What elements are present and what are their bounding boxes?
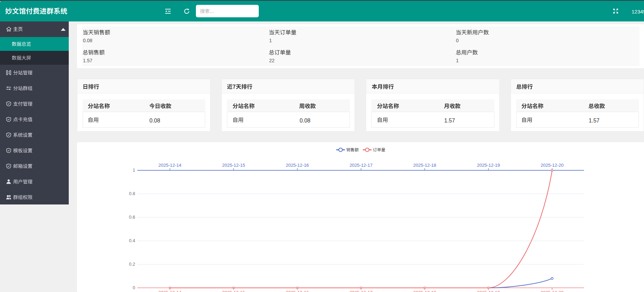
svg-text:0.4: 0.4 xyxy=(129,238,135,243)
svg-text:2025-12-14: 2025-12-14 xyxy=(158,290,181,292)
svg-text:2025-12-16: 2025-12-16 xyxy=(286,163,309,168)
svg-text:2025-12-18: 2025-12-18 xyxy=(413,163,436,168)
svg-text:1: 1 xyxy=(133,167,135,173)
svg-text:0.6: 0.6 xyxy=(129,215,135,220)
svg-text:0.8: 0.8 xyxy=(129,191,135,196)
svg-text:0: 0 xyxy=(133,285,135,290)
svg-text:2025-12-18: 2025-12-18 xyxy=(413,290,436,292)
svg-text:0.2: 0.2 xyxy=(129,262,135,267)
svg-text:2025-12-20: 2025-12-20 xyxy=(540,290,564,292)
svg-text:2025-12-19: 2025-12-19 xyxy=(477,290,500,292)
svg-text:2025-12-14: 2025-12-14 xyxy=(158,163,181,168)
svg-text:2025-12-17: 2025-12-17 xyxy=(349,290,372,292)
svg-text:2025-12-17: 2025-12-17 xyxy=(349,163,372,168)
svg-text:2025-12-16: 2025-12-16 xyxy=(286,290,309,292)
svg-text:2025-12-19: 2025-12-19 xyxy=(477,163,500,168)
svg-text:2025-12-15: 2025-12-15 xyxy=(222,163,245,168)
svg-text:2025-12-15: 2025-12-15 xyxy=(222,290,245,292)
svg-text:2025-12-20: 2025-12-20 xyxy=(540,163,564,168)
